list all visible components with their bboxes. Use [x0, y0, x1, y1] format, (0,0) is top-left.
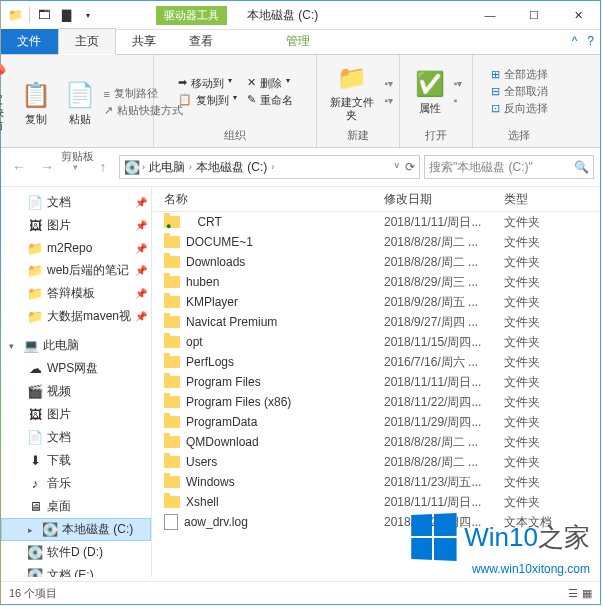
crumb-thispc[interactable]: 此电脑: [147, 159, 187, 176]
invert-button[interactable]: ⊡反向选择: [491, 101, 548, 116]
up-button[interactable]: ↑: [91, 155, 115, 179]
copyto-button[interactable]: 📋复制到▾: [178, 93, 237, 108]
file-name: Program Files: [186, 375, 261, 389]
back-button[interactable]: ←: [7, 155, 31, 179]
copy-button[interactable]: 📋 复制: [16, 77, 56, 128]
qat-dropdown-icon[interactable]: ▾: [80, 7, 96, 23]
close-button[interactable]: ✕: [556, 1, 600, 29]
tab-file[interactable]: 文件: [1, 29, 58, 54]
properties-icon[interactable]: 🗔: [36, 7, 52, 23]
ribbon-collapse-icon[interactable]: ^: [572, 34, 578, 48]
file-row[interactable]: ProgramData2018/11/29/周四...文件夹: [152, 412, 600, 432]
forward-button[interactable]: →: [35, 155, 59, 179]
selectnone-button[interactable]: ⊟全部取消: [491, 84, 548, 99]
file-row[interactable]: Program Files (x86)2018/11/22/周四...文件夹: [152, 392, 600, 412]
col-name[interactable]: 名称: [152, 191, 384, 208]
tab-home[interactable]: 主页: [58, 28, 116, 55]
tree-item[interactable]: 🎬视频: [1, 380, 151, 403]
tree-item[interactable]: 📄文档📌: [1, 191, 151, 214]
tree-label: 此电脑: [43, 337, 79, 354]
edit-icon[interactable]: ▪: [454, 95, 463, 106]
selectall-button[interactable]: ⊞全部选择: [491, 67, 548, 82]
file-row[interactable]: Xshell2018/11/11/周日...文件夹: [152, 492, 600, 512]
copy-path-label: 复制路径: [114, 86, 158, 101]
address-box[interactable]: 💽 › 此电脑 › 本地磁盘 (C:) › v ⟳: [119, 155, 420, 179]
delete-button[interactable]: ✕删除▾: [247, 76, 293, 91]
file-name: Program Files (x86): [186, 395, 291, 409]
tree-header[interactable]: ▾💻此电脑: [1, 334, 151, 357]
expand-icon[interactable]: ▾: [9, 341, 19, 351]
chevron-icon[interactable]: ›: [271, 162, 274, 172]
tree-item[interactable]: 📁web后端的笔记📌: [1, 259, 151, 282]
thumbnails-view-icon[interactable]: ▦: [582, 587, 592, 600]
file-row[interactable]: Navicat Premium2018/9/27/周四 ...文件夹: [152, 312, 600, 332]
file-row[interactable]: ●CRT2018/11/11/周日...文件夹: [152, 212, 600, 232]
file-row[interactable]: QMDownload2018/8/28/周二 ...文件夹: [152, 432, 600, 452]
tree-label: 桌面: [47, 498, 71, 515]
file-row[interactable]: Windows2018/11/23/周五...文件夹: [152, 472, 600, 492]
file-row[interactable]: DOCUME~12018/8/28/周二 ...文件夹: [152, 232, 600, 252]
watermark-suffix: 之家: [538, 522, 590, 552]
expand-icon[interactable]: ▸: [28, 525, 38, 535]
tree-item[interactable]: 💽软件D (D:): [1, 541, 151, 564]
rename-button[interactable]: ✎重命名: [247, 93, 293, 108]
tree-item[interactable]: 📄文档: [1, 426, 151, 449]
col-type[interactable]: 类型: [504, 191, 564, 208]
file-type: 文件夹: [504, 294, 564, 311]
tab-share[interactable]: 共享: [116, 29, 173, 54]
file-type: 文件夹: [504, 234, 564, 251]
tree-item[interactable]: ♪音乐: [1, 472, 151, 495]
tree-item[interactable]: 🖥桌面: [1, 495, 151, 518]
tree-label: 文档: [47, 194, 71, 211]
easyaccess-icon[interactable]: ▪▾: [384, 95, 393, 106]
column-headers[interactable]: 名称 修改日期 类型: [152, 187, 600, 212]
newitem-icon[interactable]: ▪▾: [384, 78, 393, 89]
newfolder-icon[interactable]: ▇: [58, 7, 74, 23]
nav-sidebar[interactable]: 📄文档📌🖼图片📌📁m2Repo📌📁web后端的笔记📌📁答辩模板📌📁大数据mave…: [1, 187, 152, 577]
col-date[interactable]: 修改日期: [384, 191, 504, 208]
tree-item[interactable]: ☁WPS网盘: [1, 357, 151, 380]
tree-icon: 📁: [27, 309, 43, 325]
file-name: Windows: [186, 475, 235, 489]
tree-item[interactable]: 📁答辩模板📌: [1, 282, 151, 305]
refresh-icon[interactable]: ⟳: [405, 160, 415, 174]
tree-item[interactable]: 📁m2Repo📌: [1, 237, 151, 259]
tab-manage[interactable]: 管理: [270, 29, 327, 54]
copy-icon: 📋: [20, 79, 52, 111]
invert-icon: ⊡: [491, 102, 500, 115]
tree-item[interactable]: ▸💽本地磁盘 (C:): [1, 518, 151, 541]
search-input[interactable]: 搜索"本地磁盘 (C:)" 🔍: [424, 155, 594, 179]
open-icon[interactable]: ▪▾: [454, 78, 463, 89]
addr-dropdown-icon[interactable]: v: [395, 160, 400, 174]
paste-button[interactable]: 📄 粘贴: [60, 77, 100, 128]
properties-button[interactable]: ✅ 属性: [410, 66, 450, 117]
crumb-drive[interactable]: 本地磁盘 (C:): [194, 159, 269, 176]
file-row[interactable]: opt2018/11/15/周四...文件夹: [152, 332, 600, 352]
tree-item[interactable]: 🖼图片: [1, 403, 151, 426]
file-row[interactable]: KMPlayer2018/9/28/周五 ...文件夹: [152, 292, 600, 312]
newfolder-button[interactable]: 📁 新建文件夹: [323, 60, 380, 124]
chevron-icon[interactable]: ›: [142, 162, 145, 172]
windows-logo-icon: [412, 513, 457, 561]
tree-icon: 💽: [27, 568, 43, 578]
tree-item[interactable]: 📁大数据maven视📌: [1, 305, 151, 328]
tab-view[interactable]: 查看: [173, 29, 230, 54]
chevron-icon[interactable]: ›: [189, 162, 192, 172]
maximize-button[interactable]: ☐: [512, 1, 556, 29]
help-icon[interactable]: ?: [587, 34, 594, 48]
tree-item[interactable]: ⬇下载: [1, 449, 151, 472]
details-view-icon[interactable]: ☰: [568, 587, 578, 600]
file-row[interactable]: Users2018/8/28/周二 ...文件夹: [152, 452, 600, 472]
pin-button[interactable]: 📌 固定到"快速访问": [0, 57, 12, 147]
tree-item[interactable]: 🖼图片📌: [1, 214, 151, 237]
file-row[interactable]: PerfLogs2016/7/16/周六 ...文件夹: [152, 352, 600, 372]
file-row[interactable]: huben2018/8/29/周三 ...文件夹: [152, 272, 600, 292]
minimize-button[interactable]: —: [468, 1, 512, 29]
file-row[interactable]: Downloads2018/8/28/周二 ...文件夹: [152, 252, 600, 272]
folder-icon: [164, 336, 180, 348]
file-row[interactable]: Program Files2018/11/11/周日...文件夹: [152, 372, 600, 392]
moveto-button[interactable]: ➡移动到▾: [178, 76, 237, 91]
tree-icon: 📁: [27, 240, 43, 256]
file-type: 文件夹: [504, 434, 564, 451]
tree-item[interactable]: 💽文档 (E:): [1, 564, 151, 577]
